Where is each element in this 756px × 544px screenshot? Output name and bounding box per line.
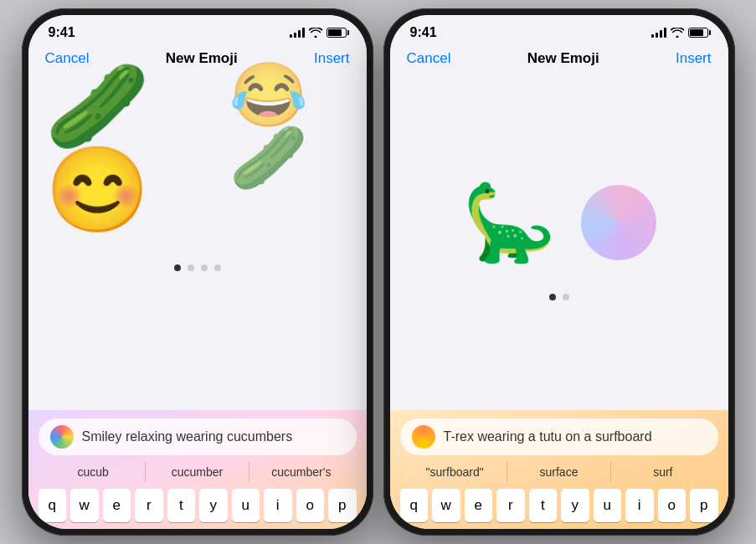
circle-placeholder-2: [581, 185, 656, 260]
status-bar-2: 9:41: [390, 15, 728, 45]
autocomplete-1-1[interactable]: cucub: [42, 462, 145, 482]
keyboard-area-2: T-rex wearing a tutu on a surfboard "sur…: [390, 410, 728, 529]
text-input-row-1[interactable]: Smiley relaxing wearing cucumbers: [39, 418, 357, 455]
key-r-1[interactable]: r: [135, 489, 163, 522]
emoji-cucumber-face[interactable]: 🥒😊: [45, 64, 205, 231]
signal-icon-1: [290, 28, 305, 38]
key-i-1[interactable]: i: [264, 489, 292, 522]
phone-1-screen: 9:41 Cancel New: [28, 15, 367, 529]
autocomplete-2-3[interactable]: surf: [610, 462, 714, 482]
key-row-2: q w e r t y u i o p: [400, 489, 718, 522]
keyboard-area-1: Smiley relaxing wearing cucumbers cucub …: [28, 410, 367, 529]
keyboard-keys-2: q w e r t y u i o p: [400, 489, 718, 522]
dot-1-2: [188, 264, 194, 271]
page-dots-2: [549, 294, 569, 300]
key-row-1: q w e r t y u i o p: [39, 489, 357, 522]
key-i-2[interactable]: i: [625, 489, 654, 522]
dot-2-2: [563, 294, 569, 300]
status-icons-1: [290, 28, 347, 38]
autocomplete-row-2: "surfboard" surface surf: [400, 462, 718, 482]
key-e-1[interactable]: e: [103, 489, 131, 522]
phone-2-screen: 9:41 Cancel New: [390, 15, 728, 529]
key-t-2[interactable]: t: [529, 489, 558, 522]
emoji-area-1: 🥒😊 😄🥒 🥒😊 😂🥒: [28, 75, 367, 410]
page-dots-1: [174, 264, 221, 271]
wifi-icon-1: [309, 28, 322, 38]
phone-2: 9:41 Cancel New: [383, 8, 735, 536]
key-t-1[interactable]: t: [167, 489, 196, 522]
key-q-1[interactable]: q: [39, 489, 67, 522]
dot-1-1: [174, 264, 181, 271]
dino-emoji-2[interactable]: 🦕: [462, 185, 556, 260]
autocomplete-row-1: cucub cucumber cucumber's: [39, 462, 357, 482]
dot-2-1: [549, 294, 556, 300]
key-u-1[interactable]: u: [232, 489, 260, 522]
key-o-2[interactable]: o: [658, 489, 687, 522]
input-text-2[interactable]: T-rex wearing a tutu on a surfboard: [444, 429, 707, 444]
key-q-2[interactable]: q: [400, 489, 429, 522]
autocomplete-1-3[interactable]: cucumber's: [249, 462, 352, 482]
ai-icon-1: [50, 425, 74, 449]
key-p-2[interactable]: p: [690, 489, 718, 522]
dot-1-3: [201, 264, 208, 271]
insert-button-2[interactable]: Insert: [676, 50, 712, 67]
key-w-1[interactable]: w: [70, 489, 99, 522]
autocomplete-1-2[interactable]: cucumber: [145, 462, 249, 482]
nav-title-2: New Emoji: [527, 50, 599, 67]
keyboard-keys-1: q w e r t y u i o p: [39, 489, 357, 522]
battery-icon-1: [327, 28, 347, 38]
autocomplete-2-2[interactable]: surface: [507, 462, 610, 482]
signal-icon-2: [651, 28, 666, 38]
battery-icon-2: [688, 28, 708, 38]
input-text-1[interactable]: Smiley relaxing wearing cucumbers: [82, 429, 345, 444]
ai-icon-2: [412, 425, 435, 449]
key-u-2[interactable]: u: [594, 489, 622, 522]
autocomplete-2-1[interactable]: "surfboard": [404, 462, 507, 482]
emoji-laugh-cucumber[interactable]: 😂🥒: [229, 64, 349, 231]
key-w-2[interactable]: w: [432, 489, 460, 522]
phone-1: 9:41 Cancel New: [22, 8, 373, 536]
cancel-button-2[interactable]: Cancel: [407, 50, 451, 67]
key-e-2[interactable]: e: [465, 489, 493, 522]
wifi-icon-2: [671, 28, 684, 38]
status-icons-2: [651, 28, 708, 38]
dot-1-4: [214, 264, 221, 271]
status-time-1: 9:41: [49, 25, 75, 40]
status-time-2: 9:41: [410, 25, 437, 40]
key-y-2[interactable]: y: [561, 489, 589, 522]
emoji-area-2: 🦕: [390, 75, 728, 410]
key-y-1[interactable]: y: [199, 489, 228, 522]
nav-bar-2: Cancel New Emoji Insert: [390, 45, 728, 75]
text-input-row-2[interactable]: T-rex wearing a tutu on a surfboard: [400, 418, 718, 455]
key-o-1[interactable]: o: [296, 489, 325, 522]
key-r-2[interactable]: r: [496, 489, 525, 522]
key-p-1[interactable]: p: [328, 489, 357, 522]
status-bar-1: 9:41: [28, 15, 367, 45]
